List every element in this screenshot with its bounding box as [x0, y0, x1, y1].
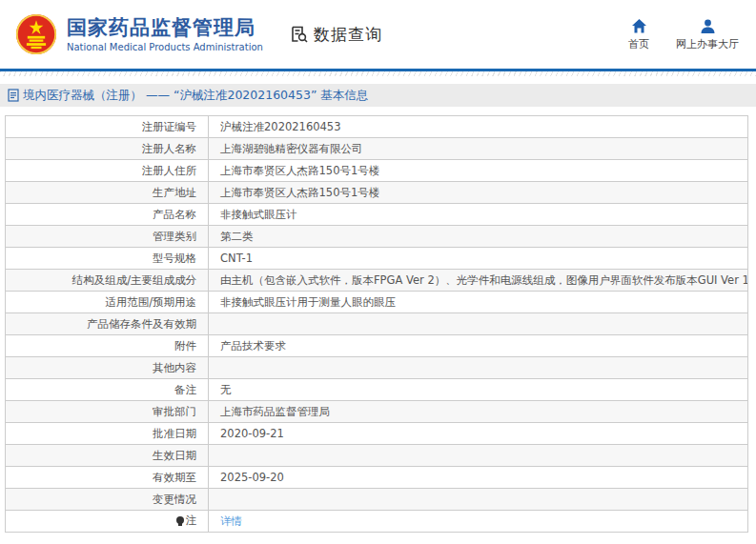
user-icon: [700, 18, 716, 34]
row-value: 沪械注准20202160453: [209, 116, 748, 138]
table-row: 结构及组成/主要组成成分 由主机（包含嵌入式软件，版本FPGA Ver 2）、光…: [6, 270, 748, 292]
row-value: 2025-09-20: [209, 467, 748, 489]
page-header: 国家药品监督管理局 National Medical Products Admi…: [0, 0, 756, 69]
table-row: 生效日期: [6, 445, 748, 467]
table-row: 注册证编号 沪械注准20202160453: [6, 116, 748, 138]
row-label: 附件: [6, 335, 209, 357]
row-value: 上海市奉贤区人杰路150号1号楼: [209, 182, 748, 204]
row-value: 第二类: [209, 226, 748, 248]
details-link[interactable]: 详情: [220, 514, 242, 528]
table-row: 注册人名称 上海湖碧驰精密仪器有限公司: [6, 138, 748, 160]
row-label: 生产地址: [6, 182, 209, 204]
row-label: 有效期至: [6, 467, 209, 489]
table-row: 产品储存条件及有效期: [6, 313, 748, 335]
breadcrumb: 境内医疗器械（注册） —— “沪械注准20202160453” 基本信息: [0, 84, 756, 107]
table-row: 审批部门 上海市药品监督管理局: [6, 401, 748, 423]
row-value: 2020-09-21: [209, 423, 748, 445]
row-value: CNT-1: [209, 248, 748, 270]
row-label: 注册证编号: [6, 116, 209, 138]
logo-text: 国家药品监督管理局 National Medical Products Admi…: [67, 16, 263, 51]
registration-info-table: 注册证编号 沪械注准20202160453 注册人名称 上海湖碧驰精密仪器有限公…: [5, 115, 748, 533]
nav-home[interactable]: 首页: [628, 18, 649, 51]
hatch-stripe: [0, 71, 756, 76]
table-row: 有效期至 2025-09-20: [6, 467, 748, 489]
row-value: 上海市奉贤区人杰路150号1号楼: [209, 160, 748, 182]
table-row: 管理类别 第二类: [6, 226, 748, 248]
data-query-icon: [290, 25, 309, 44]
table-row: 备注 无: [6, 379, 748, 401]
row-value: 由主机（包含嵌入式软件，版本FPGA Ver 2）、光学件和电源线组成，图像用户…: [209, 270, 748, 292]
row-label: 注册人住所: [6, 160, 209, 182]
breadcrumb-text: 境内医疗器械（注册） —— “沪械注准20202160453” 基本信息: [23, 88, 368, 104]
row-label: 型号规格: [6, 248, 209, 270]
row-label: 批准日期: [6, 423, 209, 445]
table-row: 产品名称 非接触式眼压计: [6, 204, 748, 226]
nmpa-logo: 国家药品监督管理局 National Medical Products Admi…: [15, 13, 263, 55]
header-nav: 首页 网上办事大厅: [628, 18, 739, 51]
row-value: 产品技术要求: [209, 335, 748, 357]
row-value: 非接触式眼压计: [209, 204, 748, 226]
row-value: [209, 489, 748, 511]
table-row: 注册人住所 上海市奉贤区人杰路150号1号楼: [6, 160, 748, 182]
national-emblem-icon: [15, 13, 57, 55]
table-row: 变更情况: [6, 489, 748, 511]
row-label: 其他内容: [6, 357, 209, 379]
nav-online-hall[interactable]: 网上办事大厅: [676, 18, 739, 51]
row-value-note: 详情: [209, 511, 748, 533]
document-icon: [8, 89, 19, 102]
row-value: 无: [209, 379, 748, 401]
row-label: 注册人名称: [6, 138, 209, 160]
table-row: 其他内容: [6, 357, 748, 379]
nav-home-label: 首页: [628, 37, 649, 51]
row-label: 结构及组成/主要组成成分: [6, 270, 209, 292]
site-title: 国家药品监督管理局: [67, 16, 263, 39]
note-label-text: 注: [186, 514, 197, 528]
data-query-section: 数据查询: [290, 24, 382, 46]
table-row: 适用范围/预期用途 非接触式眼压计用于测量人眼的眼压: [6, 292, 748, 313]
site-subtitle: National Medical Products Administration: [67, 42, 263, 52]
data-query-title: 数据查询: [314, 24, 382, 46]
table-row: 生产地址 上海市奉贤区人杰路150号1号楼: [6, 182, 748, 204]
bulb-icon: [176, 516, 184, 524]
row-value: [209, 313, 748, 335]
row-value: 上海市药品监督管理局: [209, 401, 748, 423]
table-row: 注 详情: [6, 511, 748, 533]
row-label: 审批部门: [6, 401, 209, 423]
row-label: 生效日期: [6, 445, 209, 467]
row-value: 上海湖碧驰精密仪器有限公司: [209, 138, 748, 160]
home-icon: [631, 18, 647, 34]
row-label: 产品名称: [6, 204, 209, 226]
table-row: 附件 产品技术要求: [6, 335, 748, 357]
row-value: [209, 357, 748, 379]
row-value: [209, 445, 748, 467]
row-value: 非接触式眼压计用于测量人眼的眼压: [209, 292, 748, 313]
row-label: 适用范围/预期用途: [6, 292, 209, 313]
table-row: 批准日期 2020-09-21: [6, 423, 748, 445]
nav-online-hall-label: 网上办事大厅: [676, 37, 739, 51]
row-label: 备注: [6, 379, 209, 401]
row-label-note: 注: [6, 511, 209, 533]
row-label: 产品储存条件及有效期: [6, 313, 209, 335]
row-label: 变更情况: [6, 489, 209, 511]
row-label: 管理类别: [6, 226, 209, 248]
table-row: 型号规格 CNT-1: [6, 248, 748, 270]
